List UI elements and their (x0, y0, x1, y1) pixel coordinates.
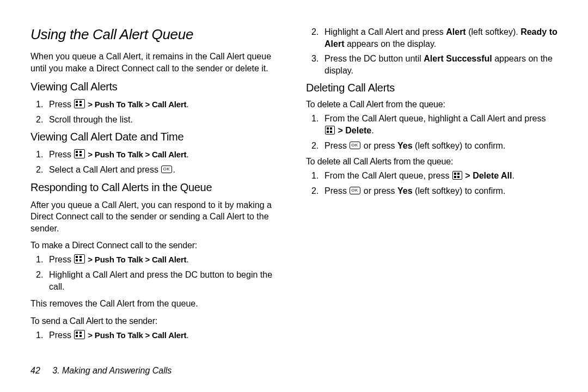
step-bold: Alert (446, 27, 465, 36)
subhead-viewing-datetime: Viewing Call Alert Date and Time (30, 131, 282, 143)
page-title: Using the Call Alert Queue (30, 26, 282, 43)
list-item: Press or press Yes (left softkey) to con… (306, 140, 558, 152)
list-item: Press > Push To Talk > Call Alert. (30, 329, 282, 341)
page-footer: 42 3. Making and Answering Calls (30, 366, 171, 376)
list-item: Press > Push To Talk > Call Alert. (30, 254, 282, 266)
step-bold: > Delete All (463, 171, 512, 180)
step-bold: > Push To Talk > Call Alert (85, 150, 186, 159)
step-bold: > Push To Talk > Call Alert (85, 330, 186, 340)
step-text: (left softkey). (466, 27, 520, 36)
list-item: From the Call Alert queue, highlight a C… (306, 113, 558, 136)
subhead-viewing-alerts: Viewing Call Alerts (30, 81, 282, 93)
step-text: Select a Call Alert and press (49, 165, 161, 174)
step-text: (left softkey) to confirm. (413, 141, 506, 150)
step-suffix: . (186, 150, 188, 159)
list-item: Press > Push To Talk > Call Alert. (30, 149, 282, 161)
steps-delete-one: From the Call Alert queue, highlight a C… (306, 113, 558, 151)
page-number: 42 (30, 366, 40, 375)
subhead-responding: Responding to Call Alerts in the Queue (30, 181, 282, 194)
menu-icon (74, 149, 85, 158)
ok-icon (350, 187, 360, 194)
step-bold: Yes (397, 141, 413, 150)
menu-icon (325, 126, 335, 134)
steps-direct-connect: Press > Push To Talk > Call Alert. Highl… (30, 254, 282, 292)
list-item: Select a Call Alert and press . (30, 164, 282, 176)
step-suffix: . (186, 100, 188, 109)
step-bold: Alert Successful (424, 54, 492, 63)
list-item: Press > Push To Talk > Call Alert. (30, 99, 282, 111)
step-text: Press (49, 100, 74, 109)
step-bold: > Push To Talk > Call Alert (85, 100, 186, 109)
lead-delete-all: To delete all Call Alerts from the queue… (306, 157, 558, 167)
step-text: Press (324, 186, 349, 195)
list-item: Highlight a Call Alert and press the DC … (30, 269, 282, 292)
step-text: (left softkey) to confirm. (413, 186, 506, 195)
menu-icon (74, 99, 85, 108)
menu-icon (452, 171, 462, 180)
list-item: Press or press Yes (left softkey) to con… (306, 185, 558, 197)
step-text: From the Call Alert queue, highlight a C… (324, 114, 546, 123)
intro-paragraph: When you queue a Call Alert, it remains … (30, 51, 282, 74)
responding-paragraph: After you queue a Call Alert, you can re… (30, 199, 282, 235)
lead-direct-connect: To make a Direct Connect call to the sen… (30, 241, 282, 250)
steps-delete-all: From the Call Alert queue, press > Delet… (306, 170, 558, 197)
step-bold: > Delete (335, 126, 371, 135)
step-suffix: . (512, 171, 514, 180)
list-item: Highlight a Call Alert and press Alert (… (306, 26, 558, 50)
steps-viewing-datetime: Press > Push To Talk > Call Alert. Selec… (30, 149, 282, 175)
lead-send-alert: To send a Call Alert to the sender: (30, 316, 282, 326)
page-columns: Using the Call Alert Queue When you queu… (30, 26, 558, 353)
subhead-deleting: Deleting Call Alerts (306, 82, 558, 94)
step-text: Press (49, 330, 74, 340)
list-item: From the Call Alert queue, press > Delet… (306, 170, 558, 182)
steps-viewing-alerts: Press > Push To Talk > Call Alert. Scrol… (30, 99, 282, 125)
step-text: or press (361, 141, 397, 150)
footer-chapter: 3. Making and Answering Calls (52, 366, 171, 375)
step-suffix: . (173, 165, 175, 174)
step-text: Highlight a Call Alert and press (324, 27, 446, 36)
menu-icon (74, 330, 85, 339)
lead-delete-one: To delete a Call Alert from the queue: (306, 100, 558, 109)
menu-icon (74, 254, 85, 264)
step-text: From the Call Alert queue, press (324, 171, 452, 180)
step-bold: Yes (397, 186, 413, 195)
step-text: Press (49, 150, 74, 159)
step-text: Press the DC button until (324, 54, 424, 63)
ok-icon (161, 166, 172, 173)
step-suffix: . (186, 255, 188, 264)
list-item: Scroll through the list. (30, 114, 282, 126)
step-suffix: . (371, 126, 373, 135)
step-bold: > Push To Talk > Call Alert (85, 255, 186, 264)
step-text: or press (361, 186, 397, 195)
step-text: Press (49, 255, 74, 264)
step-text: appears on the display. (344, 39, 436, 48)
result-paragraph: This removes the Call Alert from the que… (30, 298, 282, 310)
step-text: Press (324, 141, 349, 150)
step-suffix: . (186, 330, 188, 340)
ok-icon (350, 142, 360, 149)
list-item: Press the DC button until Alert Successf… (306, 53, 558, 76)
